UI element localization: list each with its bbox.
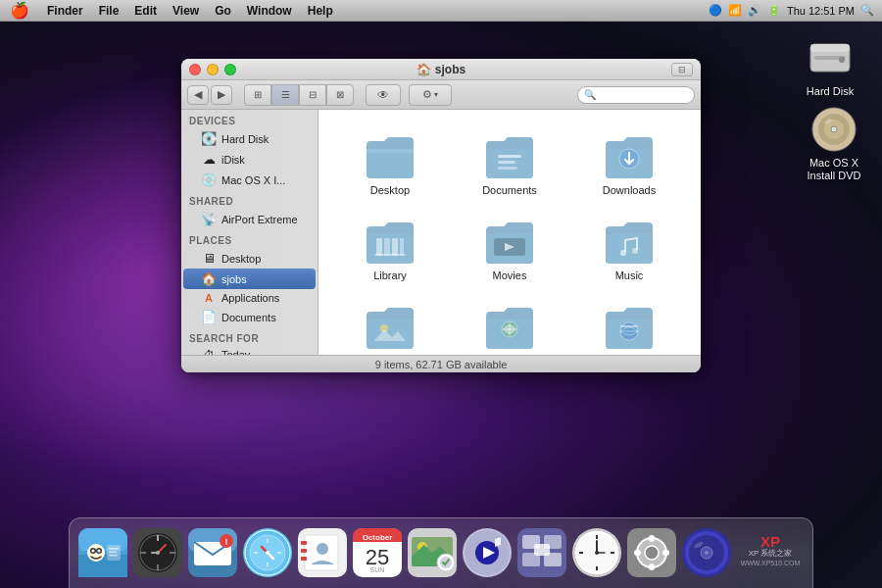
column-view-button[interactable]: ⊟ bbox=[299, 84, 326, 106]
spotlight-icon[interactable]: 🔍 bbox=[860, 4, 874, 17]
home-icon: 🏠 bbox=[416, 63, 431, 76]
menu-help[interactable]: Help bbox=[300, 2, 341, 20]
window-title: 🏠 sjobs bbox=[416, 63, 466, 76]
menu-finder[interactable]: Finder bbox=[39, 2, 91, 20]
documents-folder-label: Documents bbox=[482, 184, 537, 197]
file-item-public[interactable]: Public bbox=[454, 296, 565, 355]
dock-mail[interactable]: ! bbox=[187, 527, 238, 578]
svg-point-19 bbox=[620, 250, 626, 256]
svg-rect-94 bbox=[649, 535, 655, 542]
sidebar-item-sjobs[interactable]: 🏠 sjobs bbox=[183, 269, 316, 289]
dock-ical[interactable]: October 25 SUN bbox=[352, 527, 403, 578]
sjobs-icon: 🏠 bbox=[201, 271, 217, 286]
menu-view[interactable]: View bbox=[165, 2, 207, 20]
sidebar-section-shared: SHARED 📡 AirPort Extreme bbox=[181, 190, 318, 229]
dropdown-icon: ▾ bbox=[434, 90, 438, 99]
file-item-desktop[interactable]: Desktop bbox=[334, 125, 446, 203]
svg-point-93 bbox=[645, 546, 659, 560]
svg-point-44 bbox=[156, 551, 160, 555]
cover-view-button[interactable]: ⊠ bbox=[326, 84, 354, 106]
file-item-sites[interactable]: Sites bbox=[573, 296, 685, 355]
movies-folder-label: Movies bbox=[493, 270, 527, 282]
svg-rect-57 bbox=[301, 549, 307, 553]
search-box[interactable]: 🔍 bbox=[577, 86, 695, 104]
harddisk-sidebar-icon: 💽 bbox=[201, 131, 217, 146]
dvd-icon bbox=[810, 106, 858, 153]
list-view-button[interactable]: ☰ bbox=[271, 84, 299, 106]
sidebar-item-documents[interactable]: 📄 Documents bbox=[183, 307, 316, 327]
watermark-line2: WWW.XP510.COM bbox=[741, 559, 801, 567]
desktop-icon-harddisk[interactable]: Hard Disk bbox=[796, 34, 864, 98]
menu-file[interactable]: File bbox=[91, 2, 127, 20]
file-item-pictures[interactable]: Pictures bbox=[334, 296, 446, 355]
svg-text:!: ! bbox=[225, 537, 228, 547]
dock-dashboard[interactable] bbox=[132, 527, 183, 578]
dock-clock[interactable] bbox=[571, 527, 622, 578]
minimize-button[interactable] bbox=[207, 64, 219, 75]
svg-rect-14 bbox=[384, 238, 390, 256]
window-controls bbox=[189, 64, 236, 75]
toolbar-toggle[interactable]: ⊟ bbox=[671, 63, 693, 76]
svg-rect-9 bbox=[498, 155, 521, 158]
svg-point-35 bbox=[92, 550, 95, 553]
menu-window[interactable]: Window bbox=[239, 2, 300, 20]
icon-view-button[interactable]: ⊞ bbox=[244, 84, 271, 106]
watermark-xp: XP bbox=[760, 534, 780, 549]
svg-point-90 bbox=[595, 551, 599, 555]
applications-icon: A bbox=[201, 292, 217, 304]
sidebar-section-searchfor: SEARCH FOR ⏱ Today ⏱ Yesterday ⏱ Past We… bbox=[181, 327, 318, 355]
svg-point-36 bbox=[98, 550, 101, 553]
file-item-library[interactable]: Library bbox=[334, 211, 446, 288]
file-item-movies[interactable]: Movies bbox=[454, 211, 565, 288]
desktop-icon-dvd[interactable]: Mac OS X Install DVD bbox=[800, 106, 868, 182]
library-folder-icon bbox=[363, 217, 417, 266]
dock-safari[interactable] bbox=[242, 527, 293, 578]
watermark-line1: XP 系统之家 bbox=[749, 549, 793, 559]
shared-header: SHARED bbox=[181, 190, 318, 209]
back-button[interactable]: ◀ bbox=[187, 85, 209, 105]
svg-text:SUN: SUN bbox=[370, 566, 385, 573]
sidebar-item-desktop[interactable]: 🖥 Desktop bbox=[183, 248, 316, 269]
dock-addressbook[interactable] bbox=[297, 527, 348, 578]
menu-edit[interactable]: Edit bbox=[126, 2, 165, 20]
documents-folder-icon bbox=[482, 131, 537, 180]
sidebar-item-idisk[interactable]: ☁ iDisk bbox=[183, 149, 316, 170]
svg-rect-11 bbox=[498, 167, 517, 170]
svg-rect-15 bbox=[392, 238, 398, 256]
sidebar-item-macosx[interactable]: 💿 Mac OS X I... bbox=[183, 170, 316, 190]
dock-iphoto[interactable] bbox=[407, 527, 458, 578]
dock-dvdplayer[interactable] bbox=[681, 527, 732, 578]
file-item-downloads[interactable]: Downloads bbox=[573, 125, 685, 203]
sidebar-item-airport[interactable]: 📡 AirPort Extreme bbox=[183, 209, 316, 229]
menu-items: Finder File Edit View Go Window Help bbox=[39, 2, 341, 20]
sidebar-item-today[interactable]: ⏱ Today bbox=[183, 346, 316, 355]
search-icon: 🔍 bbox=[584, 89, 596, 100]
downloads-folder-icon bbox=[602, 131, 657, 180]
svg-rect-58 bbox=[301, 557, 307, 561]
watermark-area: XP XP 系统之家 WWW.XP510.COM bbox=[736, 527, 805, 578]
file-item-documents[interactable]: Documents bbox=[454, 125, 565, 203]
bluetooth-icon: 🔵 bbox=[709, 4, 722, 17]
svg-rect-16 bbox=[400, 238, 404, 256]
dock-sysprefs[interactable] bbox=[626, 527, 677, 578]
sidebar-item-harddisk[interactable]: 💽 Hard Disk bbox=[183, 128, 316, 149]
file-item-music[interactable]: Music bbox=[573, 211, 685, 288]
maximize-button[interactable] bbox=[224, 64, 236, 75]
action-button[interactable]: ⚙ ▾ bbox=[409, 84, 452, 106]
dock-expose[interactable] bbox=[516, 527, 567, 578]
sidebar-item-applications[interactable]: A Applications bbox=[183, 289, 316, 307]
devices-header: DEVICES bbox=[181, 110, 318, 128]
apple-menu[interactable]: 🍎 bbox=[0, 1, 39, 20]
quicklook-button[interactable]: 👁 bbox=[366, 84, 401, 106]
close-button[interactable] bbox=[189, 64, 201, 75]
music-folder-icon bbox=[602, 217, 657, 266]
menu-go[interactable]: Go bbox=[207, 2, 239, 20]
sidebar: DEVICES 💽 Hard Disk ☁ iDisk 💿 Mac OS X I… bbox=[181, 110, 318, 355]
toolbar: ◀ ▶ ⊞ ☰ ⊟ ⊠ 👁 ⚙ ▾ 🔍 bbox=[181, 80, 701, 110]
dock-finder[interactable] bbox=[77, 527, 128, 578]
finder-window: 🏠 sjobs ⊟ ◀ ▶ ⊞ ☰ ⊟ ⊠ 👁 ⚙ ▾ bbox=[181, 59, 701, 372]
dock-itunes[interactable] bbox=[462, 527, 513, 578]
forward-button[interactable]: ▶ bbox=[211, 85, 232, 105]
harddisk-label: Hard Disk bbox=[807, 85, 854, 98]
svg-rect-38 bbox=[109, 548, 119, 550]
